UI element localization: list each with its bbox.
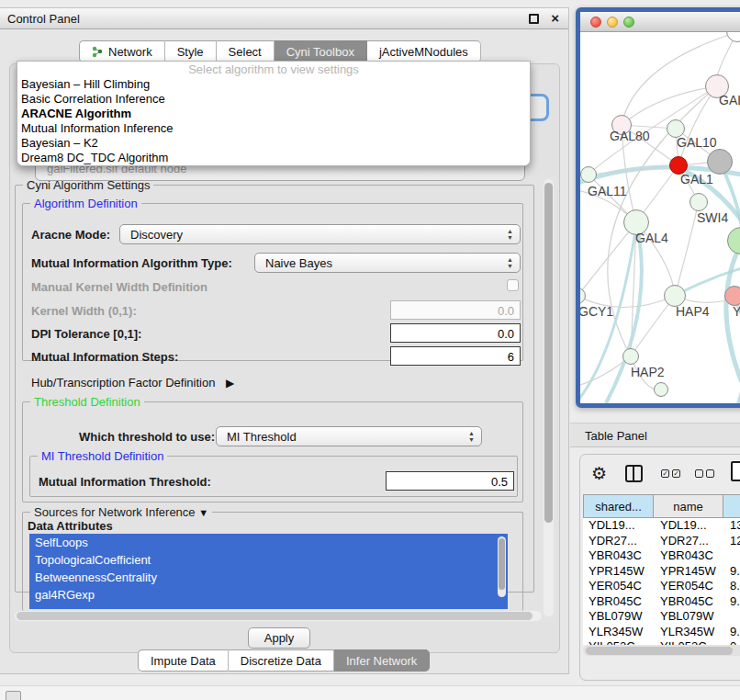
node-label: GAL11: [588, 184, 627, 198]
algorithm-item-bayesian-k2[interactable]: Bayesian – K2: [17, 136, 530, 151]
which-threshold-label: Which threshold to use:: [79, 430, 215, 444]
table-row[interactable]: YER054CYER054C8.: [583, 579, 740, 594]
aracne-mode-combo[interactable]: Discovery ▲▼: [119, 224, 521, 244]
manual-kernel-checkbox[interactable]: [507, 279, 519, 291]
tab-discretize-data[interactable]: Discretize Data: [229, 649, 334, 672]
table-panel-header: Table Panel: [570, 423, 740, 447]
node-label: GAL80: [610, 129, 650, 143]
network-node[interactable]: [707, 149, 733, 175]
threshold-definition-title: Threshold Definition: [30, 395, 144, 409]
attribute-betweennesscentrality[interactable]: BetweennessCentrality: [29, 569, 508, 586]
node-label: GAL1: [680, 172, 713, 186]
network-icon: [92, 46, 104, 58]
node-label: HAP2: [631, 365, 665, 379]
network-node[interactable]: [724, 286, 740, 306]
settings-vertical-scrollbar[interactable]: [544, 179, 554, 616]
node-label: GAL: [719, 93, 740, 107]
hub-definition-label[interactable]: Hub/Transcription Factor Definition ▶: [31, 376, 234, 390]
tab-impute-data[interactable]: Impute Data: [138, 649, 229, 672]
network-node-gal11[interactable]: [580, 166, 597, 183]
network-node[interactable]: [654, 382, 668, 397]
control-panel-tab-bar: Network Style Select Cyni Toolbox jActiv…: [79, 40, 481, 62]
algorithm-dropdown-popup: Select algorithm to view settings Bayesi…: [17, 61, 531, 166]
network-window-titlebar[interactable]: [580, 12, 740, 32]
data-attributes-list[interactable]: SelfLoops TopologicalCoefficient Between…: [29, 534, 508, 609]
attribute-topologicalcoefficient[interactable]: TopologicalCoefficient: [29, 551, 508, 569]
tab-network[interactable]: Network: [79, 40, 165, 62]
file-icon[interactable]: [731, 461, 740, 481]
mi-steps-field[interactable]: 6: [390, 346, 521, 366]
tab-select[interactable]: Select: [217, 40, 275, 62]
columns-icon[interactable]: [625, 465, 643, 482]
table-toolbar: ⚙ ✓ ✓: [580, 455, 740, 493]
tab-cyni-toolbox[interactable]: Cyni Toolbox: [275, 40, 367, 62]
table-horizontal-scrollbar-thumb[interactable]: [586, 647, 733, 655]
table-row[interactable]: YDR27...YDR27...12: [583, 534, 740, 549]
column-header-name[interactable]: name: [654, 494, 723, 518]
minimize-traffic-light-icon[interactable]: [607, 17, 618, 28]
table-body: YDL19...YDL19...13 YDR27...YDR27...12 YB…: [583, 518, 740, 645]
algorithm-item-mutual-information[interactable]: Mutual Information Inference: [17, 121, 530, 136]
unchecked-checkbox-icon[interactable]: [706, 469, 714, 478]
mi-threshold-field[interactable]: 0.5: [386, 471, 514, 491]
tab-infer-network[interactable]: Infer Network: [334, 649, 430, 672]
sources-collapse-icon[interactable]: ▼: [198, 507, 208, 518]
table-row[interactable]: YBL079WYBL079W: [583, 609, 740, 625]
control-panel-window: Control Panel × Network Style Select Cyn…: [0, 7, 569, 674]
mi-steps-label: Mutual Information Steps:: [31, 350, 178, 364]
table-panel-title: Table Panel: [585, 429, 647, 443]
table-row[interactable]: YBR043CYBR043C: [583, 548, 740, 564]
apply-button[interactable]: Apply: [248, 627, 310, 649]
checked-checkbox-icon[interactable]: ✓: [661, 469, 669, 478]
mi-type-label: Mutual Information Algorithm Type:: [31, 256, 232, 270]
node-label: SWI4: [697, 210, 728, 225]
attribute-gal4rgexp[interactable]: gal4RGexp: [29, 586, 508, 604]
network-view-window[interactable]: GAL GAL80 GAL10 GAL1 GAL11 SWI4 GAL4 GCY…: [576, 7, 740, 408]
network-node-swi4[interactable]: [690, 193, 708, 211]
sources-title[interactable]: Sources for Network Inference ▼: [30, 505, 212, 519]
algorithm-item-aracne[interactable]: ARACNE Algorithm: [17, 107, 530, 121]
node-label: GAL4: [635, 231, 668, 245]
settings-horizontal-scrollbar[interactable]: [15, 611, 542, 621]
dpi-tolerance-field[interactable]: 0.0: [390, 323, 521, 343]
unchecked-checkbox-icon[interactable]: [695, 469, 703, 478]
close-traffic-light-icon[interactable]: [590, 17, 601, 28]
settings-horizontal-scrollbar-thumb[interactable]: [17, 612, 533, 620]
network-node-hap2[interactable]: [622, 348, 639, 365]
control-panel-titlebar: Control Panel ×: [0, 8, 568, 29]
table-horizontal-scrollbar[interactable]: [583, 645, 740, 656]
node-label: GCY1: [580, 304, 613, 319]
algorithm-item-dream8[interactable]: Dream8 DC_TDC Algorithm: [17, 151, 530, 165]
network-canvas[interactable]: GAL GAL80 GAL10 GAL1 GAL11 SWI4 GAL4 GCY…: [580, 32, 740, 403]
application-root: Control Panel × Network Style Select Cyn…: [0, 0, 740, 700]
kernel-width-label: Kernel Width (0,1):: [31, 304, 137, 318]
attributes-scrollbar[interactable]: [498, 536, 506, 597]
tab-jactivemnodules[interactable]: jActiveMNodules: [367, 40, 481, 62]
mi-type-combo[interactable]: Naive Bayes ▲▼: [254, 253, 521, 273]
manual-kernel-label: Manual Kernel Width Definition: [31, 280, 207, 294]
tab-style[interactable]: Style: [165, 40, 217, 62]
which-threshold-combo[interactable]: MI Threshold ▲▼: [216, 426, 482, 446]
table-row[interactable]: YPR145WYPR145W9.: [583, 564, 740, 580]
hub-expand-icon[interactable]: ▶: [226, 377, 234, 390]
algorithm-item-bayesian-hill-climbing[interactable]: Bayesian – Hill Climbing: [17, 77, 530, 92]
status-strip: [0, 685, 740, 700]
close-icon[interactable]: ×: [551, 10, 559, 26]
algorithm-popup-placeholder: Select algorithm to view settings: [17, 62, 530, 77]
attribute-selfloops[interactable]: SelfLoops: [29, 534, 508, 551]
float-window-icon[interactable]: [529, 14, 539, 24]
column-header-shared-name[interactable]: shared...: [583, 494, 654, 518]
settings-vertical-scrollbar-thumb[interactable]: [544, 183, 553, 523]
table-row[interactable]: YDL19...YDL19...13: [583, 518, 740, 534]
algorithm-definition-title: Algorithm Definition: [30, 197, 141, 210]
kernel-width-field[interactable]: 0.0: [390, 300, 521, 320]
table-row[interactable]: YBR045CYBR045C9.: [583, 594, 740, 610]
algorithm-item-basic-correlation[interactable]: Basic Correlation Inference: [17, 92, 530, 107]
gear-icon[interactable]: ⚙: [591, 463, 607, 484]
tab-network-label: Network: [108, 45, 152, 59]
dock-panel-icon[interactable]: [6, 691, 21, 700]
checked-checkbox-icon[interactable]: ✓: [672, 469, 680, 478]
zoom-traffic-light-icon[interactable]: [623, 17, 634, 28]
column-header-partial[interactable]: [723, 494, 740, 518]
table-row[interactable]: YLR345WYLR345W9.: [583, 625, 740, 640]
